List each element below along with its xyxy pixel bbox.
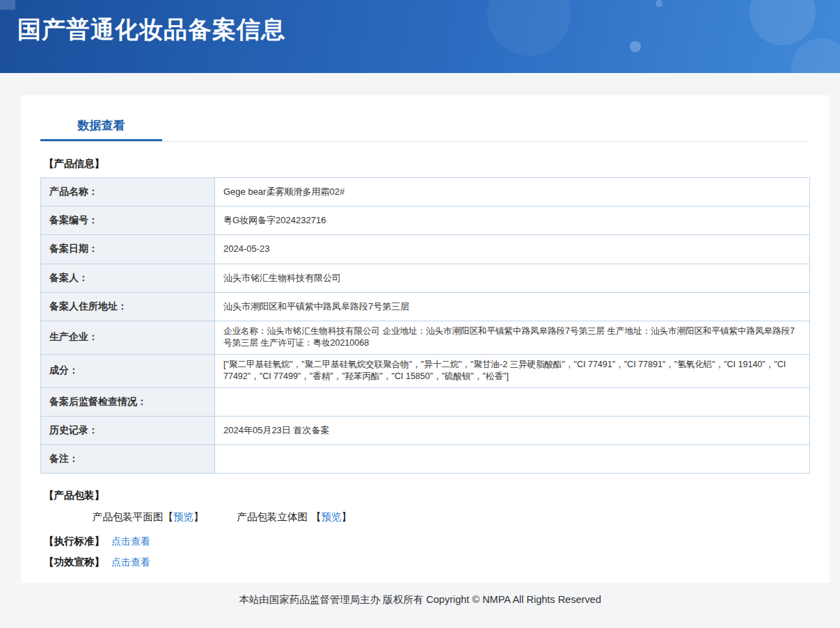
row-value: 2024年05月23日 首次备案: [215, 416, 810, 444]
packaging-stereo-label: 产品包装立体图: [237, 511, 308, 522]
table-row: 备案后监督检查情况：: [41, 387, 810, 416]
row-label: 备案人：: [41, 264, 215, 292]
table-row: 产品名称： Gege bear柔雾顺滑多用霜02#: [41, 178, 810, 207]
row-label: 备案日期：: [41, 235, 215, 264]
row-value: [215, 445, 810, 474]
page-title: 国产普通化妆品备案信息: [0, 0, 840, 46]
row-value: [215, 387, 810, 416]
section-product-info-label: 【产品信息】: [44, 157, 810, 170]
packaging-stereo-preview-link[interactable]: 预览: [322, 511, 342, 522]
standard-click-view-link[interactable]: 点击查看: [111, 536, 150, 547]
table-row: 生产企业： 企业名称：汕头市铭汇生物科技有限公司 企业地址：汕头市潮阳区和平镇紫…: [41, 321, 810, 354]
standard-row: 【执行标准】点击查看: [44, 535, 810, 548]
row-label: 备案后监督检查情况：: [41, 387, 215, 416]
row-label: 备案编号：: [41, 207, 215, 235]
tab-bar: 数据查看: [40, 112, 810, 142]
efficacy-click-view-link[interactable]: 点击查看: [111, 556, 150, 567]
row-value: ["聚二甲基硅氧烷"，"聚二甲基硅氧烷交联聚合物"，"异十二烷"，"聚甘油-2 …: [215, 354, 810, 387]
row-value: 2024-05-23: [215, 235, 810, 264]
table-row: 备案人： 汕头市铭汇生物科技有限公司: [41, 264, 810, 292]
table-row: 备案人住所地址： 汕头市潮阳区和平镇紫中路凤皋路段7号第三层: [41, 292, 810, 321]
bracket-close: 】: [193, 511, 204, 522]
product-info-table: 产品名称： Gege bear柔雾顺滑多用霜02# 备案编号： 粤G妆网备字20…: [40, 177, 810, 474]
bracket-open: 【: [311, 511, 322, 522]
table-row: 备注：: [41, 445, 810, 474]
tab-data-view[interactable]: 数据查看: [40, 112, 162, 141]
row-label: 备注：: [41, 445, 215, 474]
row-value: Gege bear柔雾顺滑多用霜02#: [215, 178, 810, 207]
efficacy-row: 【功效宣称】点击查看: [44, 556, 810, 569]
section-standard-label: 【执行标准】: [44, 536, 104, 547]
table-row: 成分： ["聚二甲基硅氧烷"，"聚二甲基硅氧烷交联聚合物"，"异十二烷"，"聚甘…: [41, 354, 810, 387]
row-value: 企业名称：汕头市铭汇生物科技有限公司 企业地址：汕头市潮阳区和平镇紫中路凤皋路段…: [215, 321, 810, 354]
packaging-row: 产品包装平面图【预览】产品包装立体图【预览】: [93, 510, 810, 524]
bracket-close: 】: [342, 511, 352, 522]
row-value: 汕头市铭汇生物科技有限公司: [215, 264, 810, 292]
section-packaging-label: 【产品包装】: [44, 489, 810, 502]
row-label: 生产企业：: [41, 321, 215, 354]
section-efficacy-label: 【功效宣称】: [44, 556, 104, 567]
table-row: 备案编号： 粤G妆网备字2024232716: [41, 207, 810, 235]
packaging-stereo-item: 产品包装立体图【预览】: [237, 511, 352, 522]
packaging-flat-item: 产品包装平面图【预览】: [93, 511, 204, 522]
footer-text: 本站由国家药品监督管理局主办 版权所有 Copyright © NMPA All…: [239, 594, 601, 605]
content-card: 数据查看 【产品信息】 产品名称： Gege bear柔雾顺滑多用霜02# 备案…: [21, 95, 830, 583]
row-label: 备案人住所地址：: [41, 292, 215, 321]
packaging-flat-label: 产品包装平面图: [93, 511, 164, 522]
row-value: 汕头市潮阳区和平镇紫中路凤皋路段7号第三层: [215, 292, 810, 321]
packaging-flat-preview-link[interactable]: 预览: [173, 511, 193, 522]
footer: 本站由国家药品监督管理局主办 版权所有 Copyright © NMPA All…: [0, 593, 840, 606]
row-value: 粤G妆网备字2024232716: [215, 207, 810, 235]
bracket-open: 【: [164, 511, 174, 522]
row-label: 成分：: [41, 354, 215, 387]
row-label: 历史记录：: [41, 416, 215, 444]
table-row: 备案日期： 2024-05-23: [41, 235, 810, 264]
table-row: 历史记录： 2024年05月23日 首次备案: [41, 416, 810, 444]
page-banner: 国产普通化妆品备案信息: [0, 0, 840, 73]
row-label: 产品名称：: [41, 178, 215, 207]
